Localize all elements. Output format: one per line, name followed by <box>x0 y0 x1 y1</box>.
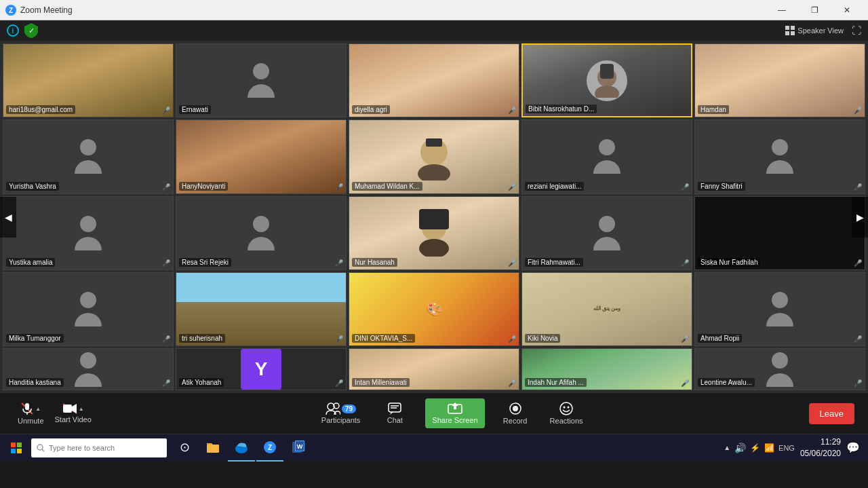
windows-logo <box>11 443 22 453</box>
mute-icon-21: 🎤 <box>162 379 170 387</box>
close-button[interactable]: ✕ <box>831 0 863 20</box>
participant-cell-16: Milka Tumanggor 🎤 <box>3 272 174 346</box>
share-screen-icon <box>448 402 462 415</box>
reactions-button[interactable]: Reactions <box>546 399 587 428</box>
start-button[interactable] <box>3 434 30 462</box>
leave-button[interactable]: Leave <box>809 403 854 424</box>
participants-button[interactable]: 79 Participants <box>317 400 364 427</box>
record-button[interactable]: Record <box>498 399 532 428</box>
mute-icon-11: 🎤 <box>162 259 170 267</box>
notification-button[interactable]: 💬 <box>846 441 860 454</box>
svg-line-36 <box>42 449 44 451</box>
mute-icon-19: 🎤 <box>681 335 689 343</box>
mute-icon-15: 🎤 <box>854 259 862 267</box>
speaker-view-label: Speaker View <box>797 26 844 35</box>
participant-cell-9: reziani legiawati... 🎤 <box>521 119 692 193</box>
svg-rect-14 <box>419 209 449 229</box>
taskbar-edge[interactable] <box>228 434 255 462</box>
participant-cell-6: Yuristha Vashra 🎤 <box>3 119 174 193</box>
mute-icon-10: 🎤 <box>854 183 862 191</box>
svg-point-15 <box>419 239 449 257</box>
info-icon[interactable]: i <box>7 24 19 37</box>
participant-cell-22: Y Atik Yohanah 🎤 <box>176 348 347 390</box>
chat-icon <box>388 402 401 415</box>
mute-icon-14: 🎤 <box>681 259 689 267</box>
share-screen-label: Share Screen <box>432 416 477 424</box>
chat-button[interactable]: Chat <box>378 400 412 427</box>
microphone-icon <box>20 402 34 415</box>
participant-name-20: Ahmad Ropii <box>698 334 742 343</box>
unmute-button[interactable]: ▲ Unmute <box>14 399 48 428</box>
participant-name-15: Siska Nur Fadhilah <box>698 258 760 267</box>
participant-name-1: hari18us@gmail.com <box>6 105 75 114</box>
taskbar-cortana[interactable]: ⊙ <box>171 434 198 462</box>
taskbar-explorer[interactable] <box>199 434 226 462</box>
unmute-caret: ▲ <box>35 406 41 412</box>
system-clock[interactable]: 11:29 05/06/2020 <box>800 436 841 459</box>
svg-rect-9 <box>600 64 614 79</box>
start-video-button[interactable]: ▲ Start Video <box>51 400 96 426</box>
reactions-icon <box>559 402 573 415</box>
svg-rect-3 <box>785 26 789 30</box>
participant-cell-2: Ernawati <box>176 43 347 117</box>
zoom-topbar: i ✓ Speaker View ⛶ <box>0 20 868 41</box>
nurhasanah-face <box>414 209 454 257</box>
participant-cell-14: Fitri Rahmawati... 🎤 <box>521 196 692 270</box>
toolbar: ▲ Unmute ▲ Start Video <box>0 393 868 434</box>
bibit-avatar <box>590 64 624 98</box>
participant-cell-11: Yustika amalia 🎤 <box>3 196 174 270</box>
participant-cell-15: Siska Nur Fadhilah 🎤 <box>694 196 865 270</box>
topbar-right: Speaker View ⛶ <box>785 25 861 36</box>
mute-icon-23: 🎤 <box>508 379 516 387</box>
next-page-button[interactable]: ▶ <box>852 197 868 238</box>
participant-name-10: Fanny Shafitri <box>698 182 745 191</box>
clock-date: 05/06/2020 <box>800 448 841 459</box>
search-input[interactable] <box>49 444 161 452</box>
share-screen-button[interactable]: Share Screen <box>425 398 484 428</box>
participant-cell-3: diyella agri 🎤 <box>349 43 519 117</box>
start-video-caret: ▲ <box>79 406 84 412</box>
system-tray: ▲ 🔊 ⚡ 📶 ENG 11:29 05/06/2020 💬 <box>724 436 865 459</box>
svg-point-32 <box>560 402 572 415</box>
minimize-button[interactable]: — <box>766 0 797 20</box>
speaker-view-button[interactable]: Speaker View <box>785 26 844 35</box>
participant-name-9: reziani legiawati... <box>525 182 584 191</box>
participant-cell-24: Indah Nur Afifah ... 🎤 <box>521 348 692 390</box>
show-hidden-icons[interactable]: ▲ <box>724 444 730 451</box>
svg-rect-6 <box>791 31 795 35</box>
svg-marker-21 <box>72 404 77 413</box>
window-title: Zoom Meeting <box>20 5 73 15</box>
restore-button[interactable]: ❐ <box>799 0 830 20</box>
participant-name-11: Yustika amalia <box>6 258 55 267</box>
mute-icon-8: 🎤 <box>508 183 516 191</box>
mute-icon-7: 🎤 <box>335 183 343 191</box>
network-icon[interactable]: 📶 <box>764 443 774 453</box>
fullscreen-button[interactable]: ⛶ <box>852 25 861 36</box>
mute-icon-12: 🎤 <box>335 259 343 267</box>
participant-name-17: tri suherisnah <box>179 334 225 343</box>
record-icon-area <box>509 402 522 415</box>
participant-name-25: Leontine Awalu... <box>698 378 755 387</box>
toolbar-left: ▲ Unmute ▲ Start Video <box>14 399 96 428</box>
participant-cell-20: Ahmad Ropii 🎤 <box>694 272 865 346</box>
edge-icon <box>235 440 248 454</box>
mute-icon-9: 🎤 <box>681 183 689 191</box>
participant-name-5: Hamdan <box>698 105 729 114</box>
system-icons: ▲ 🔊 ⚡ 📶 ENG <box>724 443 795 453</box>
titlebar-controls: — ❐ ✕ <box>766 0 863 20</box>
taskbar-apps: ⊙ Z <box>171 434 722 462</box>
windows-search[interactable] <box>31 438 167 457</box>
svg-rect-20 <box>63 405 72 413</box>
mute-icon-1: 🎤 <box>162 107 170 114</box>
speaker-icon[interactable]: 🔊 <box>734 443 746 453</box>
taskbar-word[interactable]: W <box>285 434 312 462</box>
participant-cell-13: Nur Hasanah 🎤 <box>349 196 519 270</box>
participant-name-7: HanyNoviyanti <box>179 182 228 191</box>
participant-name-6: Yuristha Vashra <box>6 182 59 191</box>
prev-page-button[interactable]: ◀ <box>0 197 16 238</box>
participant-name-21: Handitia kastiana <box>6 378 64 387</box>
bluetooth-icon[interactable]: ⚡ <box>750 443 760 453</box>
windows-taskbar: ⊙ Z <box>0 434 868 461</box>
svg-point-8 <box>595 86 619 98</box>
taskbar-zoom[interactable]: Z <box>256 434 283 462</box>
